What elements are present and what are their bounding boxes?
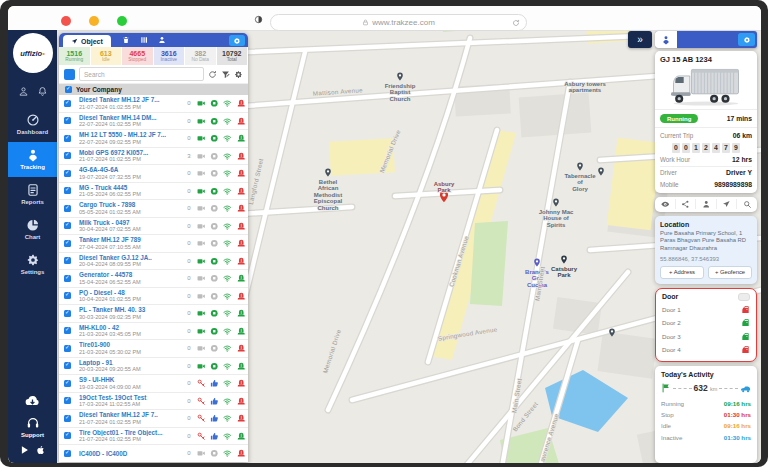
vehicle-name[interactable]: Cargo Truck - 7898 <box>79 201 183 208</box>
sidebar-item-reports[interactable]: Reports <box>8 177 57 212</box>
refresh-page-icon[interactable] <box>512 19 520 27</box>
stat-total[interactable]: 10792Total <box>217 47 249 65</box>
row-checkbox[interactable] <box>64 100 71 107</box>
stat-inactive[interactable]: 3616Inactive <box>154 47 186 65</box>
vehicle-name[interactable]: MH-KL00 - 42 <box>79 324 183 331</box>
vehicle-row[interactable]: Milk Truck - 049730-04-2024 07:02:55 AM0 <box>59 218 248 236</box>
driver-button[interactable] <box>695 199 716 209</box>
sidebar-item-chart[interactable]: Chart <box>8 212 57 247</box>
stat-stopped[interactable]: 4665Stopped <box>122 47 154 65</box>
vehicle-name[interactable]: Laptop - 91 <box>79 359 183 366</box>
add-geofence-button[interactable]: + Geofence <box>708 266 752 279</box>
row-checkbox[interactable] <box>64 292 71 299</box>
refresh-list-icon[interactable] <box>208 70 217 79</box>
detail-settings-button[interactable] <box>738 33 755 46</box>
vehicle-row[interactable]: Tanker MH.12 JF 78927-04-2024 07:10:55 A… <box>59 235 248 253</box>
inspect-button[interactable] <box>736 199 757 209</box>
address-bar[interactable]: www.trakzee.com <box>270 14 527 31</box>
sidebar-item-settings[interactable]: Settings <box>8 247 57 282</box>
vehicle-name[interactable]: Diesel Tanker GJ.12 JA.. <box>79 254 183 261</box>
grid-tab-icon[interactable] <box>140 36 148 44</box>
apple-icon[interactable] <box>36 445 46 455</box>
vehicle-name[interactable]: Tanker MH.12 JF 789 <box>79 236 183 243</box>
vehicle-name[interactable]: Diesel Tanker MH.12 JF 7... <box>79 96 183 103</box>
vehicle-row[interactable]: Diesel Tanker MH.12 JF 7...21-07-2024 01… <box>59 95 248 113</box>
vehicle-row[interactable]: MG - Truck 444521-05-2024 06:02:55 PM0 <box>59 183 248 201</box>
row-checkbox[interactable] <box>64 275 71 282</box>
vehicle-row[interactable]: Mobi GPS 6972 KI057...21-07-2024 01:02:5… <box>59 148 248 166</box>
vehicle-name[interactable]: Diesel Tanker MH.14 DM... <box>79 114 183 121</box>
row-checkbox[interactable] <box>64 362 71 369</box>
collapse-panel-button[interactable]: » <box>628 31 652 48</box>
row-checkbox[interactable] <box>64 205 71 212</box>
driver-tab-icon[interactable] <box>158 36 166 44</box>
vehicle-row[interactable]: Diesel Tanker GJ.12 JA..20-04-2024 08:09… <box>59 253 248 271</box>
share-button[interactable] <box>675 199 696 209</box>
row-checkbox[interactable] <box>64 257 71 264</box>
vehicle-row[interactable]: PL - Tanker MH. 40. 3330-03-2024 09:02:3… <box>59 305 248 323</box>
account-icon[interactable] <box>18 86 29 97</box>
filter-funnel-icon[interactable] <box>221 70 230 79</box>
row-checkbox[interactable] <box>64 135 71 142</box>
vehicle-name[interactable]: Diesel Tanker MH.12 JF 7.. <box>79 411 183 418</box>
play-store-icon[interactable] <box>20 445 30 455</box>
vehicle-row[interactable]: IC400D - IC400D0 <box>59 445 248 462</box>
row-checkbox[interactable] <box>64 327 71 334</box>
row-checkbox[interactable] <box>64 310 71 317</box>
row-checkbox[interactable] <box>64 432 71 439</box>
vehicle-row[interactable]: Tire01-90021-03-2024 05:30:02 PM0 <box>59 340 248 358</box>
stat-nodata[interactable]: 382No Data <box>185 47 217 65</box>
vehicle-row[interactable]: Diesel Tanker MH.14 DM...22-07-2024 01:0… <box>59 113 248 131</box>
row-checkbox[interactable] <box>64 117 71 124</box>
row-checkbox[interactable] <box>64 170 71 177</box>
sidebar-item-support[interactable]: Support <box>21 416 44 438</box>
vehicle-name[interactable]: IC400D - IC400D <box>79 450 183 457</box>
vehicle-row[interactable]: PQ - Diesel - 4810-04-2024 01:02:55 PM0 <box>59 288 248 306</box>
minimize-window-button[interactable] <box>89 16 99 26</box>
vehicle-name[interactable]: Generator - 44578 <box>79 271 183 278</box>
vehicle-name[interactable]: MG - Truck 4445 <box>79 184 183 191</box>
vehicle-row[interactable]: 4G-6A-4G-6A19-07-2024 07:32:55 PM0 <box>59 165 248 183</box>
vehicle-name[interactable]: Tire01-900 <box>79 341 183 348</box>
vehicle-row[interactable]: Diesel Tanker MH.12 JF 7..21-07-2024 01:… <box>59 410 248 428</box>
vehicle-name[interactable]: MH 12 LT 5550 - MH.12 JF 7... <box>79 131 183 138</box>
vehicle-row[interactable]: Tire Object01 - Tire Object...21-07-2024… <box>59 428 248 446</box>
vehicle-name[interactable]: S9 - UI-HHK <box>79 376 183 383</box>
door-card-toggle[interactable] <box>738 293 750 301</box>
vehicle-name[interactable]: PL - Tanker MH. 40. 33 <box>79 306 183 313</box>
search-input[interactable] <box>79 67 204 81</box>
map-poi[interactable]: Asbury towersapartments <box>564 81 606 93</box>
row-checkbox[interactable] <box>64 187 71 194</box>
list-settings-gear-icon[interactable] <box>234 70 243 79</box>
tab-object[interactable]: Object <box>63 35 111 47</box>
vehicle-name[interactable]: Milk Truck - 0497 <box>79 219 183 226</box>
bin-tab-icon[interactable] <box>122 36 130 44</box>
close-window-button[interactable] <box>61 16 71 26</box>
vehicle-name[interactable]: Tire Object01 - Tire Object... <box>79 429 183 436</box>
row-checkbox[interactable] <box>64 380 71 387</box>
vehicle-row[interactable]: Laptop - 9120-03-2024 09:20:55 AM0 <box>59 358 248 376</box>
sidebar-item-tracking[interactable]: Tracking <box>8 142 57 177</box>
vehicle-row[interactable]: Generator - 4457815-04-2024 06:52:55 AM0 <box>59 270 248 288</box>
maximize-window-button[interactable] <box>117 16 127 26</box>
row-checkbox[interactable] <box>64 152 71 159</box>
vehicle-row[interactable]: 19Oct Test- 19Oct Test17-03-2024 11:02:5… <box>59 393 248 411</box>
vehicle-name[interactable]: PQ - Diesel - 48 <box>79 289 183 296</box>
reader-mode-icon[interactable] <box>254 15 263 24</box>
vehicle-name[interactable]: Mobi GPS 6972 KI057... <box>79 149 183 156</box>
vehicle-row[interactable]: MH 12 LT 5550 - MH.12 JF 7...22-07-2024 … <box>59 130 248 148</box>
notifications-bell-icon[interactable] <box>37 86 48 97</box>
row-checkbox[interactable] <box>64 450 71 457</box>
add-address-button[interactable]: + Address <box>660 266 704 279</box>
stat-running[interactable]: 1516Running <box>59 47 91 65</box>
vehicle-row[interactable]: Cargo Truck - 789805-05-2024 01:02:55 AM… <box>59 200 248 218</box>
cloud-download-icon[interactable] <box>24 392 41 409</box>
row-checkbox[interactable] <box>64 345 71 352</box>
select-all-checkbox[interactable] <box>64 69 75 80</box>
view-eye-button[interactable] <box>655 199 675 209</box>
stat-idle[interactable]: 613Idle <box>91 47 123 65</box>
panel-settings-button[interactable] <box>229 35 245 46</box>
sidebar-item-dashboard[interactable]: Dashboard <box>8 107 57 142</box>
vehicle-name[interactable]: 4G-6A-4G-6A <box>79 166 183 173</box>
tab-tracking-detail[interactable] <box>655 31 677 48</box>
